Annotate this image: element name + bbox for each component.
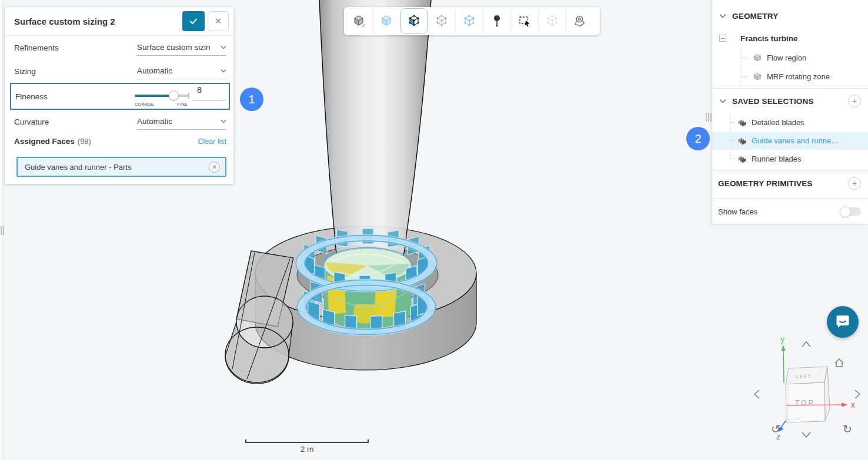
saved-selection-runner-blades[interactable]: Runner blades: [712, 150, 868, 168]
surface-custom-sizing-dialog: Surface custom sizing 2 ✕ Refinements Su…: [5, 7, 233, 184]
refinements-label: Refinements: [14, 43, 59, 52]
check-icon: [189, 16, 198, 26]
curvature-row: Curvature Automatic: [5, 110, 233, 133]
help-chat-button[interactable]: [827, 306, 859, 338]
assigned-faces-count: (98): [78, 137, 91, 146]
close-button[interactable]: ✕: [208, 11, 229, 31]
face-select-cube-icon: [407, 14, 421, 28]
chip-label: Guide vanes and runner - Parts: [25, 163, 131, 172]
box-select-icon: [518, 14, 532, 28]
rotate-up-button[interactable]: [802, 342, 810, 347]
vertex-select-cube-icon: [462, 14, 476, 28]
add-geometry-primitive-button[interactable]: +: [848, 177, 861, 190]
callout-step-1: 1: [240, 88, 263, 111]
saved-selection-detailed-blades[interactable]: Detailed blades: [712, 113, 868, 132]
tree-item-flow-region[interactable]: Flow region: [740, 48, 868, 67]
curvature-dropdown[interactable]: Automatic: [137, 114, 226, 130]
hidden-geometry-button[interactable]: [539, 8, 566, 34]
slider-min-label: COARSE: [135, 102, 154, 107]
callout-step-2: 2: [686, 127, 710, 150]
apply-button[interactable]: [182, 11, 205, 31]
hidden-cube-icon: [545, 14, 559, 28]
measure-tape-icon: [573, 14, 587, 28]
sizing-label: Sizing: [14, 67, 36, 76]
fineness-row-highlighted: Fineness COARSE FINE 8: [10, 83, 230, 110]
slider-max-label: FINE: [177, 102, 188, 107]
rotate-down-button[interactable]: [802, 432, 810, 437]
face-group-icon: [737, 118, 747, 127]
cube-top-face-label: TOP: [795, 399, 814, 407]
solid-cube-view-button[interactable]: [345, 8, 372, 34]
edge-select-button[interactable]: [428, 8, 455, 34]
assigned-faces-label: Assigned Faces: [14, 137, 75, 146]
home-view-button[interactable]: [835, 359, 843, 367]
chevron-down-icon: [221, 69, 226, 73]
left-panel-resize-grip[interactable]: [1, 226, 4, 235]
right-panel-resize-grip[interactable]: [706, 113, 712, 122]
face-group-icon: [737, 136, 747, 146]
probe-point-button[interactable]: [483, 8, 510, 34]
close-icon: ✕: [215, 16, 222, 26]
collapse-toggle-icon[interactable]: [719, 35, 726, 42]
probe-pin-icon: [490, 14, 504, 28]
solid-body-icon: [753, 72, 762, 81]
show-faces-label: Show faces: [718, 207, 757, 216]
rotate-left-button[interactable]: [755, 390, 759, 398]
chevron-down-icon: [719, 99, 726, 103]
selection-toolbar: [344, 7, 600, 35]
chevron-down-icon: [221, 119, 226, 123]
face-group-icon: [737, 155, 747, 164]
saved-selections-header[interactable]: SAVED SELECTIONS +: [712, 89, 868, 113]
scale-bar: 2 m: [245, 439, 369, 454]
draft-tube: [319, 0, 431, 266]
chat-bubble-icon: [833, 313, 852, 331]
clear-list-link[interactable]: Clear list: [198, 137, 226, 146]
inlet-pipe: [225, 251, 293, 384]
box-select-button[interactable]: [511, 8, 538, 34]
measure-button[interactable]: [566, 8, 593, 34]
scale-label: 2 m: [245, 445, 369, 454]
chevron-down-icon: [719, 14, 726, 18]
sizing-dropdown[interactable]: Automatic: [137, 63, 226, 79]
view-cube[interactable]: LEFT TOP: [786, 367, 830, 422]
fineness-label: Fineness: [15, 92, 48, 101]
solid-cube-icon: [352, 14, 366, 28]
tree-item-francis-turbine[interactable]: Francis turbine: [712, 28, 868, 48]
axis-x-label: x: [851, 400, 855, 409]
curvature-label: Curvature: [14, 117, 49, 126]
saved-selection-guide-vanes-and-runner[interactable]: Guide vanes and runne…: [712, 132, 868, 150]
geometry-section-header[interactable]: GEOMETRY: [712, 4, 868, 28]
refinements-row: Refinements Surface custom sizin: [5, 36, 233, 59]
rotate-right-button[interactable]: [855, 390, 860, 398]
chip-remove-button[interactable]: ✕: [209, 162, 220, 173]
sizing-row: Sizing Automatic: [5, 59, 233, 83]
add-saved-selection-button[interactable]: +: [848, 95, 861, 108]
face-select-button[interactable]: [400, 8, 428, 34]
dialog-title: Surface custom sizing 2: [14, 16, 182, 26]
translucent-cube-icon: [379, 14, 393, 28]
axis-y-label: y: [780, 335, 784, 344]
fineness-slider[interactable]: COARSE FINE: [135, 88, 189, 108]
orientation-widget: LEFT TOP y x z ↺ ↻: [747, 332, 868, 460]
edge-select-cube-icon: [435, 14, 449, 28]
translucent-cube-view-button[interactable]: [373, 8, 400, 34]
vertex-select-button[interactable]: [456, 8, 483, 34]
fineness-value-field[interactable]: 8: [192, 85, 225, 101]
show-faces-toggle[interactable]: [840, 207, 861, 217]
geometry-primitives-header[interactable]: GEOMETRY PRIMITIVES +: [712, 171, 868, 196]
scene-tree-panel: GEOMETRY Francis turbine Flow region MRF…: [712, 0, 868, 224]
slider-thumb[interactable]: [169, 90, 179, 100]
cube-left-face-label: LEFT: [796, 374, 812, 380]
rotate-cw-button[interactable]: ↻: [843, 422, 852, 435]
tree-item-mrf-rotating-zone[interactable]: MRF rotating zone: [740, 67, 868, 86]
solid-body-icon: [753, 53, 762, 62]
chevron-down-icon: [221, 45, 226, 49]
assigned-selection-chip[interactable]: Guide vanes and runner - Parts ✕: [16, 157, 226, 177]
refinements-dropdown[interactable]: Surface custom sizin: [137, 40, 226, 56]
rotate-ccw-button[interactable]: ↺: [771, 422, 780, 435]
